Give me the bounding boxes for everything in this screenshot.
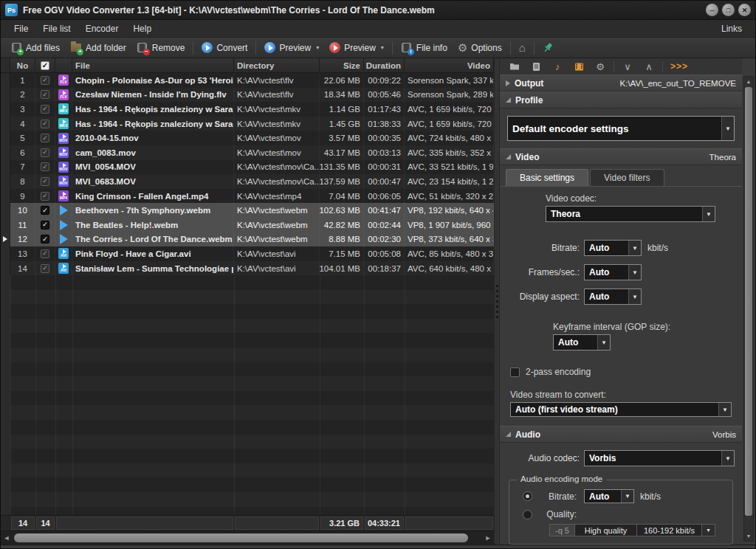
header-video[interactable]: Video bbox=[405, 58, 494, 72]
collapse-all-icon[interactable]: ∨ bbox=[622, 61, 633, 72]
header-checkbox[interactable]: ✓ bbox=[35, 58, 55, 72]
profile-document-icon[interactable] bbox=[530, 61, 542, 72]
menu-encoder[interactable]: Encoder bbox=[78, 21, 126, 36]
row-checkbox[interactable]: ✓ bbox=[41, 120, 49, 128]
fps-select[interactable]: Auto ▼ bbox=[584, 264, 642, 280]
row-checkbox[interactable]: ✓ bbox=[41, 177, 49, 186]
table-row[interactable]: 3✓MKVHas - 1964 - Rękopis znaleziony w S… bbox=[1, 102, 494, 117]
remove-button[interactable]: − Remove bbox=[131, 40, 190, 56]
header-file[interactable]: File bbox=[72, 58, 234, 72]
vertical-scrollbar-thumb[interactable] bbox=[745, 87, 752, 516]
header-duration[interactable]: Duration bbox=[364, 58, 405, 72]
horizontal-scrollbar-thumb[interactable] bbox=[14, 534, 468, 542]
table-row[interactable]: 12✓The Corries - Lord Of The Dance.webmK… bbox=[1, 232, 494, 247]
audio-quality-radio[interactable] bbox=[523, 510, 532, 519]
header-directory[interactable]: Directory bbox=[234, 58, 320, 72]
audio-note-icon[interactable]: ♪ bbox=[551, 61, 563, 72]
quality-range-box[interactable]: 160-192 kbit/s bbox=[637, 524, 702, 536]
row-checkbox[interactable]: ✓ bbox=[41, 148, 49, 157]
scroll-left-arrow[interactable]: ◄ bbox=[1, 534, 13, 542]
chevron-down-icon[interactable]: ▼ bbox=[621, 490, 633, 503]
chevron-down-icon[interactable]: ▼ bbox=[718, 403, 731, 416]
menu-file[interactable]: File bbox=[7, 21, 35, 36]
gop-select[interactable]: Auto ▼ bbox=[553, 334, 611, 351]
audio-bitrate-select[interactable]: Auto ▼ bbox=[584, 489, 634, 503]
header-icon[interactable] bbox=[55, 58, 72, 72]
chevron-down-icon[interactable]: ▼ bbox=[702, 207, 715, 221]
row-checkbox[interactable]: ✓ bbox=[41, 264, 49, 273]
table-row[interactable]: 6✓MOVcam_0083.movK:\AV\vctest\mov43.17 M… bbox=[1, 145, 494, 160]
maximize-button[interactable]: □ bbox=[722, 4, 735, 16]
close-button[interactable]: ✕ bbox=[738, 4, 751, 16]
convert-button[interactable]: Convert bbox=[196, 40, 252, 55]
table-row[interactable]: 9✓MP4King Crimson - Fallen Angel.mp4K:\A… bbox=[1, 189, 494, 204]
scroll-right-arrow[interactable]: ► bbox=[482, 534, 494, 542]
audio-bitrate-radio[interactable] bbox=[523, 491, 532, 501]
home-button[interactable]: ⌂ bbox=[514, 40, 531, 55]
table-row[interactable]: 1✓FLVChopin - Polonaise As-Dur op 53 'He… bbox=[1, 73, 494, 88]
chevron-down-icon[interactable]: ▼ bbox=[702, 524, 715, 536]
options-button[interactable]: ⚙ Options bbox=[453, 40, 507, 55]
row-checkbox[interactable]: ✓ bbox=[41, 221, 49, 229]
expand-all-icon[interactable]: ∧ bbox=[643, 61, 655, 72]
app-icon[interactable]: Ps bbox=[5, 4, 18, 16]
profile-select[interactable]: Default encoder settings ▼ bbox=[507, 116, 735, 141]
output-folder-icon[interactable] bbox=[509, 61, 520, 72]
video-section-header[interactable]: Video Theora bbox=[500, 148, 742, 165]
table-row[interactable]: 7✓MOVMVI_0054.MOVK:\AV\vctest\mov\Ca...1… bbox=[1, 160, 494, 175]
minimize-button[interactable]: ─ bbox=[706, 4, 718, 16]
preview-blue-button[interactable]: Preview ▾ bbox=[259, 40, 324, 55]
pin-button[interactable] bbox=[537, 40, 559, 55]
row-checkbox[interactable]: ✓ bbox=[41, 249, 49, 258]
video-stream-select[interactable]: Auto (first video stream) ▼ bbox=[510, 402, 732, 417]
file-info-button[interactable]: i File info bbox=[396, 40, 453, 56]
tab-video-filters[interactable]: Video filters bbox=[590, 169, 664, 186]
row-checkbox[interactable]: ✓ bbox=[41, 105, 49, 114]
scroll-down-arrow[interactable]: ▼ bbox=[744, 531, 753, 541]
panel-splitter[interactable] bbox=[494, 58, 500, 545]
row-checkbox[interactable]: ✓ bbox=[41, 134, 49, 142]
menu-links[interactable]: Links bbox=[714, 21, 749, 36]
table-row[interactable]: 14✓AVIStanisław Lem - Summa Technologiae… bbox=[1, 261, 494, 276]
tab-basic-settings[interactable]: Basic settings bbox=[506, 169, 588, 186]
chevron-down-icon[interactable]: ▼ bbox=[628, 265, 641, 280]
two-pass-checkbox[interactable] bbox=[510, 367, 520, 377]
add-files-button[interactable]: + Add files bbox=[5, 40, 65, 56]
table-row[interactable]: 2✓FLVCzesław Niemen - Inside I'm Dying.f… bbox=[1, 88, 494, 103]
chevron-down-icon[interactable]: ▼ bbox=[628, 289, 641, 304]
menu-help[interactable]: Help bbox=[126, 21, 159, 36]
header-no[interactable]: No bbox=[10, 58, 35, 72]
scroll-up-arrow[interactable]: ▲ bbox=[744, 77, 753, 86]
chevron-down-icon[interactable]: ▼ bbox=[721, 451, 734, 466]
row-checkbox[interactable]: ✓ bbox=[41, 162, 49, 171]
video-codec-select[interactable]: Theora ▼ bbox=[546, 206, 715, 222]
chevron-down-icon[interactable]: ▼ bbox=[721, 117, 734, 140]
row-checkbox[interactable]: ✓ bbox=[41, 192, 49, 201]
preview-red-button[interactable]: Preview ▾ bbox=[324, 40, 389, 55]
video-film-icon[interactable] bbox=[573, 61, 585, 72]
more-panels-icon[interactable]: >>> bbox=[670, 61, 688, 72]
profile-section-header[interactable]: Profile bbox=[500, 92, 742, 108]
vertical-scrollbar[interactable]: ▲ ▼ bbox=[743, 76, 754, 542]
settings-gear-icon[interactable]: ⚙ bbox=[594, 61, 606, 72]
chevron-down-icon[interactable]: ▼ bbox=[628, 241, 641, 255]
chevron-down-icon[interactable]: ▼ bbox=[597, 335, 610, 350]
output-section-header[interactable]: Output K:\AV\_enc_out_TO_REMOVE bbox=[500, 75, 742, 92]
table-row[interactable]: 5✓MOV2010-04-15.movK:\AV\vctest\mov3.57 … bbox=[1, 131, 494, 145]
row-checkbox[interactable]: ✓ bbox=[41, 235, 49, 244]
table-row[interactable]: 4✓MKVHas - 1964 - Rękopis znaleziony w S… bbox=[1, 117, 494, 131]
display-aspect-select[interactable]: Auto ▼ bbox=[584, 289, 642, 305]
row-checkbox[interactable]: ✓ bbox=[41, 76, 49, 85]
header-size[interactable]: Size bbox=[320, 58, 364, 72]
add-folder-button[interactable]: + Add folder bbox=[65, 40, 131, 56]
audio-codec-select[interactable]: Vorbis ▼ bbox=[584, 450, 735, 466]
row-checkbox[interactable]: ✓ bbox=[41, 90, 49, 99]
horizontal-scrollbar[interactable]: ◄ ► bbox=[1, 531, 494, 545]
bitrate-select[interactable]: Auto ▼ bbox=[584, 240, 642, 256]
row-checkbox[interactable]: ✓ bbox=[41, 206, 49, 215]
table-row[interactable]: 11✓The Beatles - Help!.webmK:\AV\vctest\… bbox=[1, 218, 494, 232]
audio-section-header[interactable]: Audio Vorbis bbox=[500, 426, 742, 443]
select-all-checkbox[interactable]: ✓ bbox=[41, 61, 49, 70]
menu-file-list[interactable]: File list bbox=[35, 21, 78, 36]
table-row[interactable]: 10✓Beethoven - 7th Symphony.webmK:\AV\vc… bbox=[1, 203, 494, 218]
